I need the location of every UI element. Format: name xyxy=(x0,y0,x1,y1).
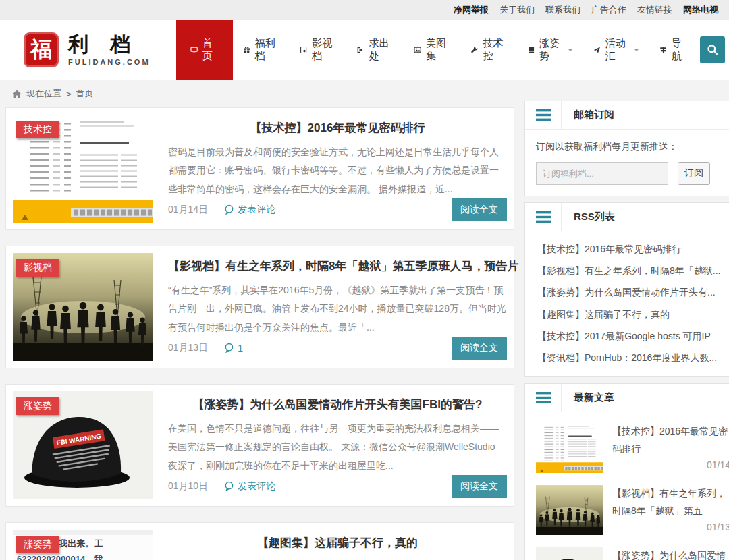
topbar-link-ads[interactable]: 广告合作 xyxy=(591,4,626,16)
category-badge[interactable]: 影视档 xyxy=(16,259,59,277)
article-thumbnail-prison-break-cast[interactable]: 影视档 xyxy=(13,253,153,361)
rss-item[interactable]: 【趣图集】这届骗子不行，真的 xyxy=(537,304,729,325)
category-badge[interactable]: 涨姿势 xyxy=(16,397,59,415)
nav-item-fulidang[interactable]: 福利档 xyxy=(233,20,290,80)
recent-post-item[interactable]: 【影视档】有生之年系列，时隔8年「越狱」第五 01/13 xyxy=(536,485,729,535)
comment-bubble-icon xyxy=(224,204,234,215)
nav-item-tech[interactable]: 技术控 xyxy=(460,20,517,80)
email-subscribe-widget: 邮箱订阅 订阅以获取福利档每月更新推送： 订阅 xyxy=(524,101,729,196)
rss-item[interactable]: 【涨姿势】为什么岛国爱情动作片开头有... xyxy=(537,281,729,303)
recent-post-date: 01/14 xyxy=(612,459,729,470)
nav-item-events[interactable]: 活动汇 xyxy=(583,20,649,80)
comment-bubble-icon xyxy=(224,343,234,353)
widget-title: 最新文章 xyxy=(574,391,614,404)
read-more-button[interactable]: 阅读全文 xyxy=(452,475,507,498)
recent-post-thumbnail-fbi-warning-cap xyxy=(536,547,603,560)
recent-post-title: 【技术控】2016年最常见密码排行 xyxy=(612,423,729,458)
article-title[interactable]: 【趣图集】这届骗子不行，真的 xyxy=(168,535,507,551)
rss-list-widget: RSS列表 【技术控】2016年最常见密码排行 【影视档】有生之年系列，时隔8年… xyxy=(524,202,729,377)
comments-link[interactable]: 发表评论 xyxy=(224,204,275,216)
widget-title: 邮箱订阅 xyxy=(574,109,614,121)
site-domain: FULIDANG.COM xyxy=(68,58,151,66)
recent-post-item[interactable]: 【涨姿势】为什么岛国爱情动作片开头有美国FBI的 xyxy=(536,547,729,560)
image-icon xyxy=(414,45,421,55)
category-badge[interactable]: 涨姿势 xyxy=(16,536,59,553)
article-list: 技术控 【技术控】2016年最常见密码排行 密码是目前最为普及和简便的安全验证方… xyxy=(5,107,514,560)
topbar-link-report[interactable]: 净网举报 xyxy=(454,4,489,16)
recent-post-title: 【影视档】有生之年系列，时隔8年「越狱」第五 xyxy=(612,485,729,520)
site-header: 福 利 档 FULIDANG.COM 首页 福利档 影视档 xyxy=(0,20,729,80)
wrench-icon xyxy=(470,45,478,55)
recent-post-thumbnail-passwords-document xyxy=(536,423,603,473)
home-icon xyxy=(12,90,22,99)
nav-item-navigation[interactable]: 导 航 xyxy=(649,20,700,80)
map-signs-icon xyxy=(659,45,667,55)
comment-bubble-icon xyxy=(224,481,234,491)
rss-item[interactable]: 【技术控】2016年最常见密码排行 xyxy=(537,238,729,260)
topbar-link-webtv[interactable]: 网络电视 xyxy=(683,4,718,16)
nav-item-home[interactable]: 首页 xyxy=(176,20,233,80)
read-more-button[interactable]: 阅读全文 xyxy=(452,337,507,360)
rss-item[interactable]: 【技术控】2017最新Google hosts 可用IP xyxy=(537,325,729,347)
film-icon xyxy=(300,45,307,55)
recent-posts-widget: 最新文章 【技术控】2016年最常见密码排行 01/14 xyxy=(524,383,729,560)
subscribe-description: 订阅以获取福利档每月更新推送： xyxy=(536,141,729,153)
breadcrumb-current[interactable]: 首页 xyxy=(76,88,94,100)
nav-item-gallery[interactable]: 美图集 xyxy=(404,20,460,80)
site-logo[interactable]: 福 利 档 FULIDANG.COM xyxy=(24,20,151,80)
widget-title: RSS列表 xyxy=(574,211,615,223)
search-button[interactable] xyxy=(700,36,725,63)
logo-mark-icon: 福 xyxy=(24,32,59,67)
comments-link[interactable]: 发表评论 xyxy=(224,480,275,493)
comments-link[interactable]: 1 xyxy=(224,343,243,354)
read-more-button[interactable]: 阅读全文 xyxy=(452,198,507,221)
breadcrumb-prefix: 现在位置 xyxy=(26,88,61,100)
article-date: 01月14日 xyxy=(168,204,208,216)
article-excerpt: 密码是目前最为普及和简便的安全验证方式，无论上网还是日常生活几乎每个人都需要用它… xyxy=(168,143,507,198)
rss-item[interactable]: 【影视档】有生之年系列，时隔8年「越狱... xyxy=(537,260,729,281)
article-card: 涨姿势 【涨姿势】为什么岛国爱情动作片开头有美国FBI的警告? 在美国，色情不只… xyxy=(5,384,514,507)
recent-post-title: 【涨姿势】为什么岛国爱情动作片开头有美国FBI的 xyxy=(612,547,729,560)
article-title[interactable]: 【涨姿势】为什么岛国爱情动作片开头有美国FBI的警告? xyxy=(168,397,507,412)
widget-menu-button[interactable] xyxy=(525,101,562,129)
recent-post-date: 01/13 xyxy=(612,522,729,532)
article-card: 10000块捞我出来。工 62220202000014 我 出来立刻给你追加15… xyxy=(5,522,514,560)
article-date: 01月10日 xyxy=(168,480,208,493)
subscribe-button[interactable]: 订阅 xyxy=(678,162,710,185)
article-card: 技术控 【技术控】2016年最常见密码排行 密码是目前最为普及和简便的安全验证方… xyxy=(5,107,514,230)
main-nav: 首页 福利档 影视档 求出处 美图集 xyxy=(176,20,701,80)
topbar-link-about[interactable]: 关于我们 xyxy=(500,4,535,16)
search-icon xyxy=(707,44,719,56)
hamburger-icon xyxy=(536,109,551,121)
nav-item-knowledge[interactable]: 涨姿势 xyxy=(518,20,584,80)
top-bar: 净网举报 关于我们 联系我们 广告合作 友情链接 网络电视 xyxy=(0,0,729,20)
topbar-link-friends[interactable]: 友情链接 xyxy=(637,4,672,16)
nav-item-movies[interactable]: 影视档 xyxy=(290,20,346,80)
article-thumbnail-passwords-document[interactable]: 技术控 xyxy=(13,115,153,223)
chevron-down-icon xyxy=(568,49,573,51)
article-thumbnail-fbi-warning-cap[interactable]: 涨姿势 xyxy=(13,391,153,499)
article-excerpt: “有生之年”系列，其实早在2016年5月份，《越狱》第五季就出了第一支预告！预告… xyxy=(168,281,507,337)
hamburger-icon xyxy=(536,392,551,403)
widget-menu-button[interactable] xyxy=(525,384,562,412)
widget-menu-button[interactable] xyxy=(525,203,562,231)
article-date: 01月13日 xyxy=(168,342,208,354)
sidebar: 邮箱订阅 订阅以获取福利档每月更新推送： 订阅 RSS列表 【技术控】20 xyxy=(524,101,729,560)
site-name: 利 档 xyxy=(68,34,151,55)
subscribe-email-input[interactable] xyxy=(536,162,668,185)
category-badge[interactable]: 技术控 xyxy=(16,121,59,138)
topbar-link-contact[interactable]: 联系我们 xyxy=(545,4,580,16)
nav-item-source[interactable]: 求出处 xyxy=(346,20,403,80)
article-excerpt: 在美国，色情不只是道德问题，往往与另一项更为重要的宪法权利息息相关——美国宪法第… xyxy=(168,420,507,475)
svg-text:62220202000014 我: 62220202000014 我 xyxy=(17,554,103,560)
chevron-down-icon xyxy=(634,49,639,51)
hamburger-icon xyxy=(536,211,551,223)
article-card: 影视档 【影视档】有生之年系列，时隔8年「越狱」第五季原班人马，预告片 “有生之… xyxy=(5,246,514,368)
send-icon xyxy=(593,45,601,55)
article-title[interactable]: 【影视档】有生之年系列，时隔8年「越狱」第五季原班人马，预告片 xyxy=(168,258,507,274)
article-thumbnail-scam-chat-screenshot[interactable]: 10000块捞我出来。工 62220202000014 我 出来立刻给你追加15… xyxy=(13,530,153,560)
breadcrumb-separator: > xyxy=(66,89,72,99)
article-title[interactable]: 【技术控】2016年最常见密码排行 xyxy=(168,120,507,136)
rss-item[interactable]: 【资讯档】PornHub：2016年度业界大数... xyxy=(537,347,729,368)
recent-post-item[interactable]: 【技术控】2016年最常见密码排行 01/14 xyxy=(536,423,729,473)
